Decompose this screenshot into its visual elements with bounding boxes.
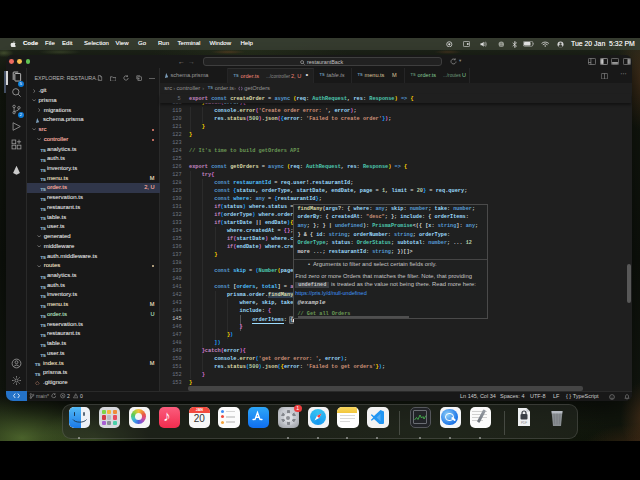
svg-text:PDF: PDF [521,420,527,424]
